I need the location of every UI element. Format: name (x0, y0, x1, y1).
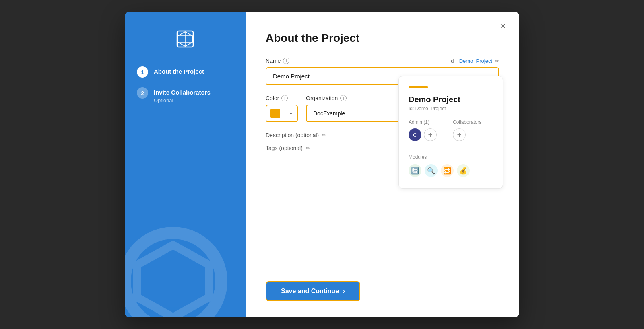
preview-project-name: Demo Project (409, 95, 493, 104)
tags-label: Tags (optional) (266, 145, 303, 151)
color-section: Color i ▼ (266, 95, 298, 122)
content-area: × About the Project Name i Id : Demo_Pro… (246, 12, 519, 317)
sidebar-icon-area (137, 28, 233, 50)
preview-project-id: Id: Demo_Project (409, 106, 493, 111)
add-collaborator-button[interactable]: + (453, 128, 466, 141)
preview-card: Demo Project Id: Demo_Project Admin (1) … (398, 76, 503, 189)
id-value: Demo_Project (459, 58, 492, 64)
description-edit-icon: ✏ (322, 132, 326, 138)
step-1-number: 1 (137, 66, 148, 78)
color-swatch (270, 109, 280, 118)
sidebar-step-1[interactable]: 1 About the Project (137, 66, 233, 78)
close-button[interactable]: × (497, 20, 510, 33)
step-2-label: Invite Collaborators (154, 88, 211, 97)
step-2-text: Invite Collaborators Optional (154, 88, 211, 103)
preview-collaborators-label: Collaborators (453, 119, 481, 125)
name-label: Name i (266, 58, 289, 64)
sidebar: 1 About the Project 2 Invite Collaborato… (125, 12, 246, 317)
preview-section-row: Admin (1) C + Collaborators + (409, 119, 493, 141)
modal-overlay: 1 About the Project 2 Invite Collaborato… (0, 0, 644, 329)
description-label: Description (optional) (266, 132, 319, 138)
modal-container: 1 About the Project 2 Invite Collaborato… (125, 12, 519, 317)
footer-area: Save and Continue › (266, 273, 499, 301)
color-dropdown-arrow: ▼ (289, 111, 293, 116)
add-admin-button[interactable]: + (424, 128, 437, 141)
preview-module-icons: 🔄 🔍 🔁 💰 (409, 164, 493, 177)
step-2-number: 2 (137, 87, 148, 99)
color-picker[interactable]: ▼ (266, 105, 298, 122)
id-edit-icon[interactable]: ✏ (495, 58, 499, 64)
preview-admin-avatars: C + (409, 128, 437, 141)
preview-admin-label: Admin (1) (409, 119, 437, 125)
sidebar-step-2[interactable]: 2 Invite Collaborators Optional (137, 87, 233, 103)
step-1-text: About the Project (154, 68, 204, 76)
module-icon-1: 🔄 (409, 164, 421, 177)
module-icon-4: 💰 (457, 164, 470, 177)
module-icon-3: 🔁 (441, 164, 454, 177)
name-field-header: Name i Id : Demo_Project ✏ (266, 58, 499, 64)
id-colon: Id : (450, 58, 457, 64)
preview-collaborators-section: Collaborators + (453, 119, 481, 141)
preview-admin-section: Admin (1) C + (409, 119, 437, 141)
org-info-icon[interactable]: i (340, 95, 347, 101)
preview-collaborator-avatars: + (453, 128, 481, 141)
admin-avatar: C (409, 128, 421, 141)
color-info-icon[interactable]: i (281, 95, 288, 101)
save-button-label: Save and Continue (281, 288, 339, 295)
color-label: Color i (266, 95, 298, 101)
sidebar-decoration (125, 221, 233, 317)
modal-title: About the Project (266, 32, 499, 45)
id-link[interactable]: Id : Demo_Project ✏ (450, 58, 499, 64)
module-icon-2: 🔍 (425, 164, 438, 177)
preview-color-bar (409, 86, 428, 88)
preview-modules-label: Modules (409, 154, 493, 160)
cube-icon (174, 28, 196, 50)
svg-marker-6 (137, 245, 209, 317)
save-button-arrow: › (343, 288, 345, 295)
name-info-icon[interactable]: i (283, 58, 289, 64)
save-continue-button[interactable]: Save and Continue › (266, 281, 360, 301)
tags-edit-icon: ✏ (306, 145, 310, 151)
preview-divider (409, 148, 493, 148)
sidebar-steps: 1 About the Project 2 Invite Collaborato… (137, 66, 233, 103)
step-2-sublabel: Optional (154, 97, 211, 103)
step-1-label: About the Project (154, 68, 204, 76)
